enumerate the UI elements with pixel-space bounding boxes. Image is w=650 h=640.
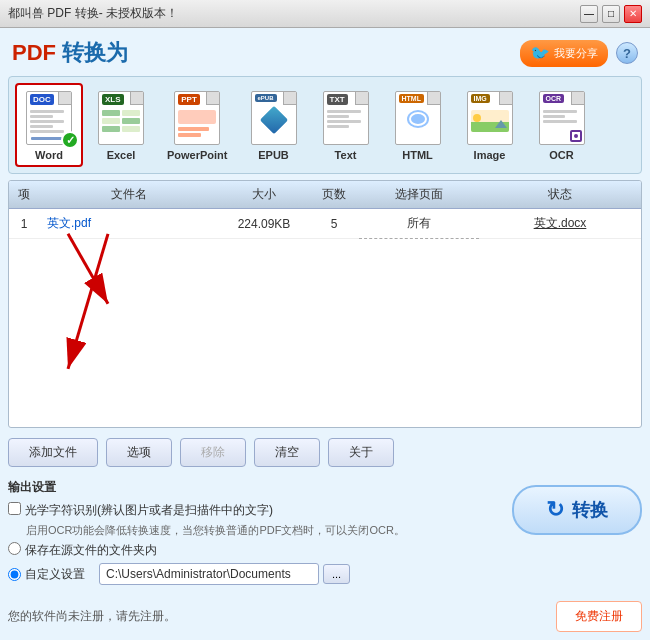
image-label: Image xyxy=(474,149,506,161)
convert-label: 转换 xyxy=(572,498,608,522)
col-pages: 页数 xyxy=(309,181,359,209)
col-status: 状态 xyxy=(479,181,641,209)
row-page-select[interactable]: 所有 xyxy=(359,209,479,239)
format-excel[interactable]: XLS Excel xyxy=(87,83,155,167)
header: PDF 转换为 🐦 我要分享 ? xyxy=(8,36,642,70)
epub-label: EPUB xyxy=(258,149,289,161)
ocr-label-row[interactable]: 光学字符识别(辨认图片或者是扫描件中的文字) xyxy=(8,502,273,519)
word-label: Word xyxy=(35,149,63,161)
options-button[interactable]: 选项 xyxy=(106,438,172,467)
custom-radio[interactable] xyxy=(8,568,21,581)
epub-icon: ePUB xyxy=(248,89,300,147)
format-image[interactable]: IMG Image xyxy=(456,83,524,167)
help-button[interactable]: ? xyxy=(616,42,638,64)
custom-label-text: 自定义设置 xyxy=(25,566,85,583)
html-label: HTML xyxy=(402,149,433,161)
col-size: 大小 xyxy=(219,181,309,209)
convert-area: ↻ 转换 xyxy=(512,477,642,535)
format-html[interactable]: HTML HTML xyxy=(384,83,452,167)
ocr-label: OCR xyxy=(549,149,573,161)
format-epub[interactable]: ePUB EPUB xyxy=(240,83,308,167)
path-input[interactable] xyxy=(99,563,319,585)
convert-icon: ↻ xyxy=(546,497,564,523)
app-title: PDF 转换为 xyxy=(12,38,128,68)
button-row: 添加文件 选项 移除 清空 关于 xyxy=(8,434,642,471)
custom-label[interactable]: 自定义设置 xyxy=(8,566,91,583)
weibo-label: 我要分享 xyxy=(554,46,598,61)
ocr-checkbox[interactable] xyxy=(8,502,21,515)
about-button[interactable]: 关于 xyxy=(328,438,394,467)
custom-radio-row: 自定义设置 ... xyxy=(8,563,500,585)
window-title: 都叫兽 PDF 转换- 未授权版本！ xyxy=(8,5,178,22)
title-pdf: PDF xyxy=(12,40,56,65)
ocr-note: 启用OCR功能会降低转换速度，当您转换普通的PDF文档时，可以关闭OCR。 xyxy=(26,523,500,538)
ppt-label: PowerPoint xyxy=(167,149,228,161)
active-check-badge: ✓ xyxy=(61,131,79,149)
ocr-icon: OCR xyxy=(536,89,588,147)
excel-label: Excel xyxy=(107,149,136,161)
row-size: 224.09KB xyxy=(219,209,309,239)
ppt-icon: PPT xyxy=(171,89,223,147)
ocr-checkbox-row: 光学字符识别(辨认图片或者是扫描件中的文字) xyxy=(8,502,500,519)
word-icon: DOC ✓ xyxy=(23,89,75,147)
source-label[interactable]: 保存在源文件的文件夹内 xyxy=(8,542,157,559)
format-ocr[interactable]: OCR OCR xyxy=(528,83,596,167)
main-window: PDF 转换为 🐦 我要分享 ? DOC xyxy=(0,28,650,640)
browse-button[interactable]: ... xyxy=(323,564,350,584)
text-icon: TXT xyxy=(320,89,372,147)
weibo-share-button[interactable]: 🐦 我要分享 xyxy=(520,40,608,67)
col-filename: 文件名 xyxy=(39,181,219,209)
header-right: 🐦 我要分享 ? xyxy=(520,40,638,67)
titlebar: 都叫兽 PDF 转换- 未授权版本！ — □ ✕ xyxy=(0,0,650,28)
file-table: 项 文件名 大小 页数 选择页面 状态 1 英文.pdf 224.09KB 5 xyxy=(9,181,641,239)
format-word[interactable]: DOC ✓ Word xyxy=(15,83,83,167)
output-section: 输出设置 光学字符识别(辨认图片或者是扫描件中的文字) 启用OCR功能会降低转换… xyxy=(8,477,500,591)
title-convert: 转换为 xyxy=(62,40,128,65)
close-button[interactable]: ✕ xyxy=(624,5,642,23)
path-row: ... xyxy=(99,563,350,585)
html-icon: HTML xyxy=(392,89,444,147)
format-ppt[interactable]: PPT PowerPoint xyxy=(159,83,236,167)
bottom-row: 您的软件尚未注册，请先注册。 免费注册 xyxy=(8,597,642,632)
clear-button[interactable]: 清空 xyxy=(254,438,320,467)
col-index: 项 xyxy=(9,181,39,209)
file-table-wrapper: 项 文件名 大小 页数 选择页面 状态 1 英文.pdf 224.09KB 5 xyxy=(8,180,642,428)
minimize-button[interactable]: — xyxy=(580,5,598,23)
status-text: 您的软件尚未注册，请先注册。 xyxy=(8,609,176,623)
convert-button[interactable]: ↻ 转换 xyxy=(512,485,642,535)
add-file-button[interactable]: 添加文件 xyxy=(8,438,98,467)
file-table-container: 项 文件名 大小 页数 选择页面 状态 1 英文.pdf 224.09KB 5 xyxy=(8,180,642,428)
table-row: 1 英文.pdf 224.09KB 5 所有 英文.docx xyxy=(9,209,641,239)
row-pages: 5 xyxy=(309,209,359,239)
output-convert-row: 输出设置 光学字符识别(辨认图片或者是扫描件中的文字) 启用OCR功能会降低转换… xyxy=(8,477,642,591)
image-icon: IMG xyxy=(464,89,516,147)
row-filename[interactable]: 英文.pdf xyxy=(39,209,219,239)
col-page-select: 选择页面 xyxy=(359,181,479,209)
window-controls: — □ ✕ xyxy=(580,5,642,23)
text-label: Text xyxy=(335,149,357,161)
row-status[interactable]: 英文.docx xyxy=(479,209,641,239)
source-radio[interactable] xyxy=(8,542,21,555)
ocr-label-text: 光学字符识别(辨认图片或者是扫描件中的文字) xyxy=(25,502,273,519)
bottom-left: 您的软件尚未注册，请先注册。 xyxy=(8,608,556,625)
register-button[interactable]: 免费注册 xyxy=(556,601,642,632)
excel-icon: XLS xyxy=(95,89,147,147)
format-text[interactable]: TXT Text xyxy=(312,83,380,167)
row-index: 1 xyxy=(9,209,39,239)
source-label-text: 保存在源文件的文件夹内 xyxy=(25,542,157,559)
remove-button[interactable]: 移除 xyxy=(180,438,246,467)
output-title: 输出设置 xyxy=(8,479,500,496)
weibo-icon: 🐦 xyxy=(530,44,550,63)
source-radio-row: 保存在源文件的文件夹内 xyxy=(8,542,500,559)
format-row: DOC ✓ Word xyxy=(8,76,642,174)
maximize-button[interactable]: □ xyxy=(602,5,620,23)
